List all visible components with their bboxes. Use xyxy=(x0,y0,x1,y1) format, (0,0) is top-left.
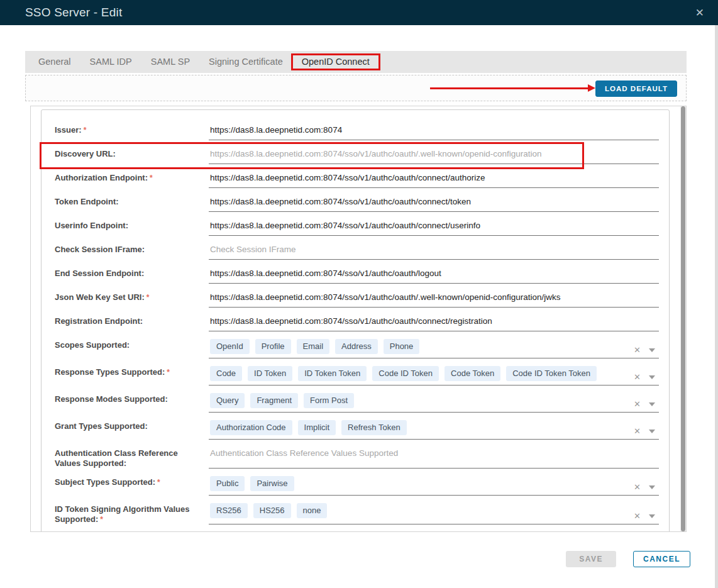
tag-chip[interactable]: Code Token xyxy=(445,366,500,381)
field-label: Issuer:* xyxy=(55,124,209,140)
clear-icon[interactable]: ✕ xyxy=(634,484,641,491)
field-label-text: Json Web Key Set URI: xyxy=(55,292,145,302)
tag-chip[interactable]: Code xyxy=(210,366,242,381)
clear-icon[interactable]: ✕ xyxy=(634,374,641,381)
field-label-text: ID Token Signing Algorithm Values Suppor… xyxy=(55,504,190,524)
field-value: https://das8.la.deepnetid.com:8074/sso/v… xyxy=(210,269,441,278)
tag-chip[interactable]: Form Post xyxy=(304,393,354,408)
tab-saml-sp[interactable]: SAML SP xyxy=(141,51,199,73)
required-asterisk: * xyxy=(84,126,87,135)
multiselect-input[interactable]: RS256HS256none✕ xyxy=(209,503,659,524)
field-label-text: Token Endpoint: xyxy=(55,197,119,206)
tag-chip[interactable]: HS256 xyxy=(253,503,291,518)
text-input[interactable]: https://das8.la.deepnetid.com:8074/sso/v… xyxy=(209,196,659,212)
tag-chip[interactable]: Code ID Token Token xyxy=(506,366,597,381)
field-label: Check Session IFrame: xyxy=(55,243,209,260)
tag-chip[interactable]: Phone xyxy=(384,339,420,354)
field-label: Token Endpoint: xyxy=(55,196,209,212)
field-label-text: Check Session IFrame: xyxy=(55,245,145,254)
form-row: Response Modes Supported:QueryFragmentFo… xyxy=(55,393,659,413)
dropdown-caret-icon[interactable] xyxy=(649,348,655,352)
text-input[interactable]: https://das8.la.deepnetid.com:8074 xyxy=(209,124,659,140)
tag-chip[interactable]: Public xyxy=(210,476,245,491)
form-row: Grant Types Supported:Authorization Code… xyxy=(55,420,659,440)
text-input[interactable]: https://das8.la.deepnetid.com:8074/sso/v… xyxy=(209,291,659,308)
cancel-button[interactable]: CANCEL xyxy=(633,551,690,567)
field-value: https://das8.la.deepnetid.com:8074/sso/v… xyxy=(210,221,480,230)
required-asterisk: * xyxy=(157,478,160,487)
page-scrollbar[interactable] xyxy=(715,25,718,588)
field-label-text: Registration Endpoint: xyxy=(55,316,143,326)
form-row: Authorization Endpoint:*https://das8.la.… xyxy=(55,172,659,188)
dropdown-caret-icon[interactable] xyxy=(649,375,655,379)
form-row: Discovery URL:https://das8.la.deepnetid.… xyxy=(55,148,659,164)
tag-chip[interactable]: ID Token xyxy=(248,366,292,381)
dropdown-caret-icon[interactable] xyxy=(649,485,655,489)
text-input[interactable]: Check Session IFrame xyxy=(209,243,659,260)
tab-signing-certificate[interactable]: Signing Certificate xyxy=(199,51,292,73)
scrollbar[interactable] xyxy=(680,106,686,531)
dropdown-caret-icon[interactable] xyxy=(649,514,655,518)
field-icons: ✕ xyxy=(634,401,655,408)
clear-icon[interactable]: ✕ xyxy=(634,428,641,435)
clear-icon[interactable]: ✕ xyxy=(634,513,641,520)
tag-chip[interactable]: Pairwise xyxy=(250,476,294,491)
tag-chip[interactable]: OpenId xyxy=(210,339,250,354)
tab-bar: GeneralSAML IDPSAML SPSigning Certificat… xyxy=(25,51,687,73)
field-label: Subject Types Supported:* xyxy=(55,476,209,496)
form-row: Json Web Key Set URI:*https://das8.la.de… xyxy=(55,291,659,308)
text-input[interactable]: https://das8.la.deepnetid.com:8074/sso/v… xyxy=(209,315,659,331)
scrollbar-thumb[interactable] xyxy=(681,106,685,531)
field-icons: ✕ xyxy=(634,374,655,381)
tag-list: QueryFragmentForm Post xyxy=(210,393,621,408)
text-input[interactable]: https://das8.la.deepnetid.com:8074/sso/v… xyxy=(209,148,659,164)
form-scroll-container: Issuer:*https://das8.la.deepnetid.com:80… xyxy=(30,106,687,532)
multiselect-input[interactable]: PublicPairwise✕ xyxy=(209,476,659,496)
tag-chip[interactable]: Refresh Token xyxy=(341,420,407,435)
field-label: ID Token Signing Algorithm Values Suppor… xyxy=(55,503,209,524)
tag-chip[interactable]: Authorization Code xyxy=(210,420,292,435)
tag-chip[interactable]: Fragment xyxy=(250,393,298,408)
multiselect-input[interactable]: QueryFragmentForm Post✕ xyxy=(209,393,659,413)
form-row: Scopes Supported:OpenIdProfileEmailAddre… xyxy=(55,339,659,358)
field-value: https://das8.la.deepnetid.com:8074/sso/v… xyxy=(210,316,492,326)
text-input[interactable]: https://das8.la.deepnetid.com:8074/sso/v… xyxy=(209,267,659,284)
form-row: ID Token Signing Algorithm Values Suppor… xyxy=(55,503,659,524)
field-label-text: Userinfo Endpoint: xyxy=(55,221,128,230)
multiselect-input[interactable]: Authorization CodeImplicitRefresh Token✕ xyxy=(209,420,659,440)
load-default-button[interactable]: LOAD DEFAULT xyxy=(595,80,677,97)
tag-chip[interactable]: none xyxy=(297,503,328,518)
tag-chip[interactable]: Code ID Token xyxy=(372,366,439,381)
tag-chip[interactable]: Email xyxy=(297,339,330,354)
tab-saml-idp[interactable]: SAML IDP xyxy=(80,51,141,73)
clear-icon[interactable]: ✕ xyxy=(634,347,641,354)
tag-chip[interactable]: Query xyxy=(210,393,245,408)
tag-chip[interactable]: Implicit xyxy=(298,420,336,435)
dropdown-caret-icon[interactable] xyxy=(649,430,655,433)
clear-icon[interactable]: ✕ xyxy=(634,401,641,408)
text-input[interactable]: https://das8.la.deepnetid.com:8074/sso/v… xyxy=(209,172,659,188)
field-label: Authorization Endpoint:* xyxy=(55,172,209,188)
tag-list: OpenIdProfileEmailAddressPhone xyxy=(210,339,621,354)
tag-chip[interactable]: Address xyxy=(335,339,378,354)
field-label: End Session Endpoint: xyxy=(55,267,209,284)
form-row: Response Types Supported:*CodeID TokenID… xyxy=(55,366,659,386)
multiselect-input[interactable]: OpenIdProfileEmailAddressPhone✕ xyxy=(209,339,659,358)
save-button[interactable]: SAVE xyxy=(566,551,616,567)
field-label-text: Subject Types Supported: xyxy=(55,477,155,487)
tag-chip[interactable]: ID Token Token xyxy=(298,366,367,381)
form-row: Userinfo Endpoint:https://das8.la.deepne… xyxy=(55,219,659,236)
form-card: Issuer:*https://das8.la.deepnetid.com:80… xyxy=(41,109,670,532)
tab-openid-connect[interactable]: OpenID Connect xyxy=(292,51,379,73)
field-label: Registration Endpoint: xyxy=(55,315,209,331)
tag-chip[interactable]: Profile xyxy=(255,339,291,354)
tab-general[interactable]: General xyxy=(29,51,80,73)
close-icon[interactable]: ✕ xyxy=(695,6,705,19)
field-label: Scopes Supported: xyxy=(55,339,209,358)
tag-chip[interactable]: RS256 xyxy=(210,503,248,518)
dropdown-caret-icon[interactable] xyxy=(649,402,655,406)
toolbar: LOAD DEFAULT xyxy=(25,75,687,101)
text-input[interactable]: https://das8.la.deepnetid.com:8074/sso/v… xyxy=(209,219,659,236)
multiselect-input[interactable]: CodeID TokenID Token TokenCode ID TokenC… xyxy=(209,366,659,386)
text-input[interactable]: Authentication Class Reference Values Su… xyxy=(209,447,659,469)
